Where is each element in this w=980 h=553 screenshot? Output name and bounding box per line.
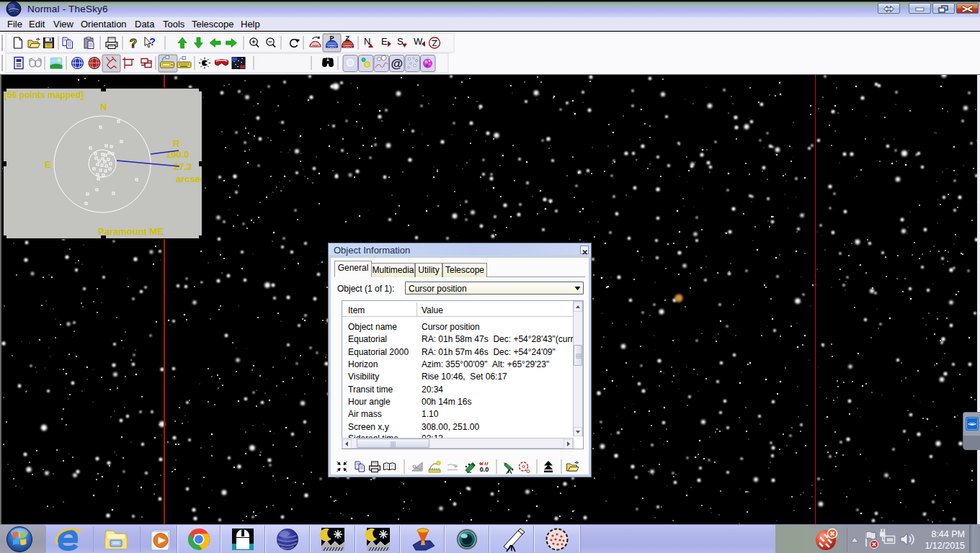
svg-text:?: ? — [149, 36, 156, 48]
svg-text:Paramount ME: Paramount ME — [98, 226, 164, 237]
svg-text:E: E — [381, 36, 388, 47]
svg-text:27.3: 27.3 — [174, 161, 192, 172]
svg-text:arcsec: arcsec — [176, 174, 202, 184]
svg-text:N: N — [100, 102, 107, 112]
svg-text:R: R — [173, 138, 180, 149]
svg-text:@: @ — [391, 57, 403, 71]
svg-text:E: E — [45, 159, 51, 170]
svg-text:[56 points mapped]: [56 points mapped] — [4, 90, 84, 100]
svg-text:N: N — [364, 36, 370, 47]
svg-text:S: S — [397, 36, 404, 47]
svg-text:0.0: 0.0 — [480, 466, 489, 473]
svg-text:Z: Z — [346, 35, 350, 42]
svg-text:Z: Z — [432, 39, 437, 48]
svg-text:?: ? — [130, 37, 137, 50]
svg-text:P: P — [330, 35, 334, 42]
svg-text:W: W — [414, 36, 423, 47]
